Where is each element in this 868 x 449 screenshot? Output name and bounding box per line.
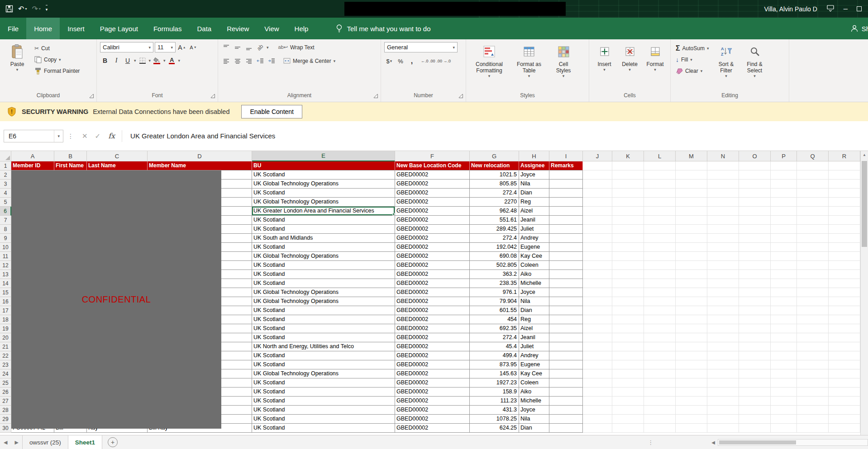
cell-M23[interactable] <box>676 360 707 369</box>
cell-styles-button[interactable]: Cell Styles ▾ <box>549 42 578 88</box>
cell-Q21[interactable] <box>797 342 829 351</box>
cell-J23[interactable] <box>583 360 612 369</box>
cell-B1[interactable]: First Name <box>54 161 87 170</box>
cell-Q15[interactable] <box>797 288 829 297</box>
cell-N3[interactable] <box>707 180 739 189</box>
align-bottom-button[interactable] <box>244 43 254 52</box>
column-header-K[interactable]: K <box>612 151 644 161</box>
cell-F9[interactable]: GBED00002 <box>395 234 470 243</box>
cell-K17[interactable] <box>612 306 644 315</box>
cell-L22[interactable] <box>644 351 676 360</box>
row-header-30[interactable]: 30 <box>0 424 11 433</box>
cell-R2[interactable] <box>829 170 860 180</box>
copy-button[interactable]: Copy ▾ <box>33 54 81 65</box>
column-header-R[interactable]: R <box>829 151 860 161</box>
cell-F4[interactable]: GBED00002 <box>395 189 470 198</box>
cell-G11[interactable]: 690.08 <box>470 252 519 261</box>
cell-H6[interactable]: Aizel <box>519 207 549 216</box>
currency-format-button[interactable]: $▾ <box>384 56 394 66</box>
cell-H22[interactable]: Andrey <box>519 351 549 360</box>
clipboard-dialog-launcher-icon[interactable] <box>90 94 94 98</box>
cell-O4[interactable] <box>739 189 771 198</box>
cell-N5[interactable] <box>707 198 739 207</box>
cell-R24[interactable] <box>829 369 860 378</box>
cell-P17[interactable] <box>771 306 797 315</box>
cell-F23[interactable]: GBED00002 <box>395 360 470 369</box>
tab-view[interactable]: View <box>257 18 286 39</box>
redo-button[interactable]: ↷▾ <box>32 5 40 13</box>
align-right-button[interactable] <box>244 56 254 66</box>
cell-O5[interactable] <box>739 198 771 207</box>
cell-G18[interactable]: 454 <box>470 315 519 324</box>
cell-J26[interactable] <box>583 388 612 397</box>
cell-J1[interactable] <box>583 161 612 170</box>
cell-G22[interactable]: 499.4 <box>470 351 519 360</box>
tell-me-box[interactable]: Tell me what you want to do <box>336 18 430 39</box>
cell-E5[interactable]: UK Global Technology Operations <box>252 198 395 207</box>
cell-G23[interactable]: 873.95 <box>470 360 519 369</box>
cell-L28[interactable] <box>644 406 676 415</box>
increase-indent-button[interactable] <box>267 56 277 66</box>
minimize-button[interactable]: ─ <box>844 5 848 12</box>
cell-O15[interactable] <box>739 288 771 297</box>
cell-N1[interactable] <box>707 161 739 170</box>
cell-O16[interactable] <box>739 297 771 306</box>
cell-E25[interactable]: UK Scotland <box>252 378 395 388</box>
cell-N11[interactable] <box>707 252 739 261</box>
cell-G1[interactable]: New relocation <box>470 161 519 170</box>
cell-R13[interactable] <box>829 270 860 279</box>
column-header-I[interactable]: I <box>549 151 583 161</box>
cell-N20[interactable] <box>707 333 739 342</box>
clear-button[interactable]: Clear ▾ <box>674 66 711 76</box>
cell-K26[interactable] <box>612 388 644 397</box>
row-header-15[interactable]: 15 <box>0 288 11 297</box>
cell-J30[interactable] <box>583 424 612 433</box>
sort-filter-button[interactable]: AZ Sort & Filter ▾ <box>712 42 740 88</box>
cell-G6[interactable]: 962.48 <box>470 207 519 216</box>
cell-G5[interactable]: 2270 <box>470 198 519 207</box>
cell-I1[interactable]: Remarks <box>549 161 583 170</box>
cell-O6[interactable] <box>739 207 771 216</box>
cell-J7[interactable] <box>583 216 612 225</box>
cell-H10[interactable]: Eugene <box>519 243 549 252</box>
cell-J3[interactable] <box>583 180 612 189</box>
column-header-O[interactable]: O <box>739 151 771 161</box>
cell-E9[interactable]: UK South and Midlands <box>252 234 395 243</box>
cell-E27[interactable]: UK Scotland <box>252 397 395 406</box>
cell-H15[interactable]: Joyce <box>519 288 549 297</box>
cell-N9[interactable] <box>707 234 739 243</box>
tab-review[interactable]: Review <box>219 18 257 39</box>
cell-J4[interactable] <box>583 189 612 198</box>
cell-F5[interactable]: GBED00002 <box>395 198 470 207</box>
cell-N30[interactable] <box>707 424 739 433</box>
cell-O29[interactable] <box>739 415 771 424</box>
cell-P12[interactable] <box>771 261 797 270</box>
cell-E29[interactable]: UK Scotland <box>252 415 395 424</box>
cell-R4[interactable] <box>829 189 860 198</box>
cell-M26[interactable] <box>676 388 707 397</box>
cell-Q6[interactable] <box>797 207 829 216</box>
cell-K7[interactable] <box>612 216 644 225</box>
cell-H20[interactable]: Jeanil <box>519 333 549 342</box>
cell-H25[interactable]: Coleen <box>519 378 549 388</box>
name-box-caret-icon[interactable]: ▾ <box>54 130 63 142</box>
cell-N14[interactable] <box>707 279 739 288</box>
cell-N28[interactable] <box>707 406 739 415</box>
row-header-8[interactable]: 8 <box>0 225 11 234</box>
cell-J6[interactable] <box>583 207 612 216</box>
decrease-indent-button[interactable] <box>255 56 265 66</box>
cell-K4[interactable] <box>612 189 644 198</box>
cell-F22[interactable]: GBED00002 <box>395 351 470 360</box>
column-header-J[interactable]: J <box>583 151 612 161</box>
formula-bar-resizer[interactable]: ⋮ <box>67 132 74 140</box>
cell-R6[interactable] <box>829 207 860 216</box>
row-header-3[interactable]: 3 <box>0 180 11 189</box>
cell-I14[interactable] <box>549 279 583 288</box>
cell-M27[interactable] <box>676 397 707 406</box>
cell-Q30[interactable] <box>797 424 829 433</box>
cell-O17[interactable] <box>739 306 771 315</box>
cell-E17[interactable]: UK Scotland <box>252 306 395 315</box>
conditional-formatting-button[interactable]: Conditional Formatting ▾ <box>469 42 509 88</box>
vertical-scrollbar[interactable]: ▲ <box>860 151 868 435</box>
fill-color-button[interactable] <box>152 56 162 66</box>
